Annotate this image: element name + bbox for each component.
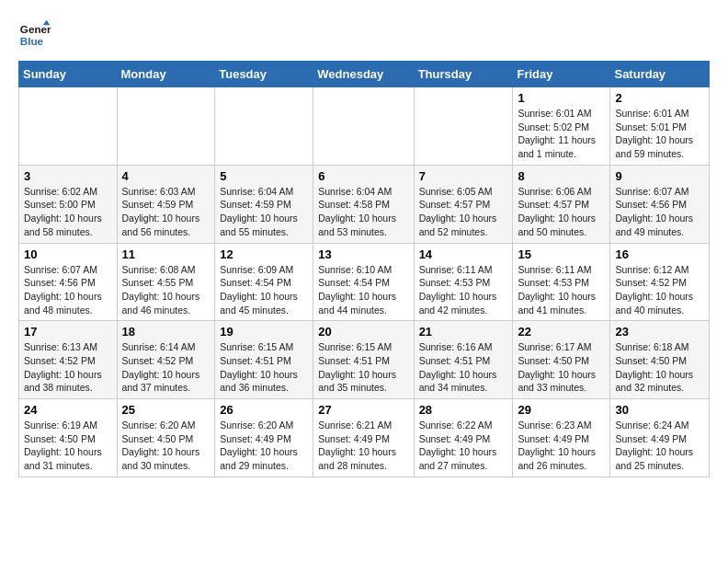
calendar-cell: 23Sunrise: 6:18 AM Sunset: 4:50 PM Dayli…	[610, 321, 710, 399]
day-detail: Sunrise: 6:13 AM Sunset: 4:52 PM Dayligh…	[24, 340, 112, 395]
day-detail: Sunrise: 6:08 AM Sunset: 4:55 PM Dayligh…	[122, 263, 210, 317]
calendar-cell: 15Sunrise: 6:11 AM Sunset: 4:53 PM Dayli…	[513, 243, 610, 321]
day-detail: Sunrise: 6:04 AM Sunset: 4:58 PM Dayligh…	[318, 185, 408, 239]
day-number: 27	[318, 403, 408, 417]
day-detail: Sunrise: 6:20 AM Sunset: 4:49 PM Dayligh…	[220, 419, 308, 473]
calendar-cell	[117, 87, 215, 166]
weekday-header-friday: Friday	[513, 62, 610, 87]
day-number: 15	[518, 247, 605, 261]
calendar-week-row: 1Sunrise: 6:01 AM Sunset: 5:02 PM Daylig…	[19, 87, 710, 166]
day-number: 3	[24, 169, 112, 183]
day-detail: Sunrise: 6:03 AM Sunset: 4:59 PM Dayligh…	[122, 185, 210, 239]
day-number: 29	[518, 403, 605, 417]
day-number: 12	[220, 247, 308, 261]
calendar-cell: 13Sunrise: 6:10 AM Sunset: 4:54 PM Dayli…	[313, 243, 414, 321]
day-number: 5	[220, 169, 308, 183]
calendar-cell: 25Sunrise: 6:20 AM Sunset: 4:50 PM Dayli…	[117, 399, 215, 477]
day-number: 22	[518, 325, 605, 339]
day-number: 18	[122, 325, 210, 339]
weekday-header-monday: Monday	[117, 62, 215, 87]
day-number: 4	[122, 169, 210, 183]
calendar-cell: 11Sunrise: 6:08 AM Sunset: 4:55 PM Dayli…	[117, 243, 215, 321]
day-number: 17	[24, 325, 112, 339]
calendar-week-row: 10Sunrise: 6:07 AM Sunset: 4:56 PM Dayli…	[19, 243, 710, 321]
logo-icon: General Blue	[18, 18, 51, 52]
day-detail: Sunrise: 6:01 AM Sunset: 5:02 PM Dayligh…	[518, 107, 605, 161]
day-number: 16	[615, 247, 704, 261]
calendar-cell: 5Sunrise: 6:04 AM Sunset: 4:59 PM Daylig…	[215, 165, 313, 243]
day-detail: Sunrise: 6:15 AM Sunset: 4:51 PM Dayligh…	[220, 340, 308, 395]
svg-text:Blue: Blue	[20, 35, 44, 47]
day-number: 26	[220, 403, 308, 417]
calendar-week-row: 3Sunrise: 6:02 AM Sunset: 5:00 PM Daylig…	[19, 165, 710, 243]
calendar-cell: 30Sunrise: 6:24 AM Sunset: 4:49 PM Dayli…	[610, 399, 710, 477]
calendar-cell: 1Sunrise: 6:01 AM Sunset: 5:02 PM Daylig…	[513, 87, 610, 166]
day-detail: Sunrise: 6:15 AM Sunset: 4:51 PM Dayligh…	[318, 340, 408, 395]
weekday-header-tuesday: Tuesday	[215, 62, 313, 87]
calendar-table: SundayMondayTuesdayWednesdayThursdayFrid…	[18, 61, 710, 477]
calendar-cell: 18Sunrise: 6:14 AM Sunset: 4:52 PM Dayli…	[117, 321, 215, 399]
day-number: 21	[419, 325, 508, 339]
day-detail: Sunrise: 6:11 AM Sunset: 4:53 PM Dayligh…	[518, 263, 605, 317]
day-number: 11	[122, 247, 210, 261]
day-detail: Sunrise: 6:19 AM Sunset: 4:50 PM Dayligh…	[24, 419, 112, 473]
day-detail: Sunrise: 6:24 AM Sunset: 4:49 PM Dayligh…	[615, 419, 704, 473]
day-detail: Sunrise: 6:23 AM Sunset: 4:49 PM Dayligh…	[518, 419, 605, 473]
day-number: 1	[518, 91, 605, 105]
calendar-cell	[215, 87, 313, 166]
calendar-cell: 27Sunrise: 6:21 AM Sunset: 4:49 PM Dayli…	[313, 399, 414, 477]
calendar-cell: 16Sunrise: 6:12 AM Sunset: 4:52 PM Dayli…	[610, 243, 710, 321]
day-detail: Sunrise: 6:04 AM Sunset: 4:59 PM Dayligh…	[220, 185, 308, 239]
day-number: 8	[518, 169, 605, 183]
day-number: 30	[615, 403, 704, 417]
calendar-cell: 24Sunrise: 6:19 AM Sunset: 4:50 PM Dayli…	[19, 399, 118, 477]
calendar-cell: 21Sunrise: 6:16 AM Sunset: 4:51 PM Dayli…	[414, 321, 513, 399]
day-detail: Sunrise: 6:10 AM Sunset: 4:54 PM Dayligh…	[318, 263, 408, 317]
day-number: 7	[419, 169, 508, 183]
page-header: General Blue	[18, 18, 710, 52]
calendar-cell: 26Sunrise: 6:20 AM Sunset: 4:49 PM Dayli…	[215, 399, 313, 477]
calendar-cell: 3Sunrise: 6:02 AM Sunset: 5:00 PM Daylig…	[19, 165, 118, 243]
calendar-cell: 17Sunrise: 6:13 AM Sunset: 4:52 PM Dayli…	[19, 321, 118, 399]
day-detail: Sunrise: 6:12 AM Sunset: 4:52 PM Dayligh…	[615, 263, 704, 317]
day-detail: Sunrise: 6:16 AM Sunset: 4:51 PM Dayligh…	[419, 340, 508, 395]
day-number: 14	[419, 247, 508, 261]
logo: General Blue	[18, 18, 51, 52]
calendar-cell: 28Sunrise: 6:22 AM Sunset: 4:49 PM Dayli…	[414, 399, 513, 477]
weekday-header-sunday: Sunday	[19, 62, 118, 87]
day-detail: Sunrise: 6:20 AM Sunset: 4:50 PM Dayligh…	[122, 419, 210, 473]
calendar-cell: 4Sunrise: 6:03 AM Sunset: 4:59 PM Daylig…	[117, 165, 215, 243]
day-number: 2	[615, 91, 704, 105]
day-detail: Sunrise: 6:09 AM Sunset: 4:54 PM Dayligh…	[220, 263, 308, 317]
day-detail: Sunrise: 6:06 AM Sunset: 4:57 PM Dayligh…	[518, 185, 605, 239]
weekday-header-wednesday: Wednesday	[313, 62, 414, 87]
calendar-cell: 9Sunrise: 6:07 AM Sunset: 4:56 PM Daylig…	[610, 165, 710, 243]
calendar-cell: 20Sunrise: 6:15 AM Sunset: 4:51 PM Dayli…	[313, 321, 414, 399]
day-detail: Sunrise: 6:18 AM Sunset: 4:50 PM Dayligh…	[615, 340, 704, 395]
day-number: 25	[122, 403, 210, 417]
day-number: 19	[220, 325, 308, 339]
day-detail: Sunrise: 6:17 AM Sunset: 4:50 PM Dayligh…	[518, 340, 605, 395]
calendar-cell: 7Sunrise: 6:05 AM Sunset: 4:57 PM Daylig…	[414, 165, 513, 243]
day-detail: Sunrise: 6:22 AM Sunset: 4:49 PM Dayligh…	[419, 419, 508, 473]
day-number: 23	[615, 325, 704, 339]
day-number: 10	[24, 247, 112, 261]
weekday-header-saturday: Saturday	[610, 62, 710, 87]
calendar-week-row: 17Sunrise: 6:13 AM Sunset: 4:52 PM Dayli…	[19, 321, 710, 399]
day-number: 9	[615, 169, 704, 183]
weekday-header-thursday: Thursday	[414, 62, 513, 87]
calendar-cell: 10Sunrise: 6:07 AM Sunset: 4:56 PM Dayli…	[19, 243, 118, 321]
calendar-cell: 29Sunrise: 6:23 AM Sunset: 4:49 PM Dayli…	[513, 399, 610, 477]
day-detail: Sunrise: 6:05 AM Sunset: 4:57 PM Dayligh…	[419, 185, 508, 239]
day-detail: Sunrise: 6:02 AM Sunset: 5:00 PM Dayligh…	[24, 185, 112, 239]
calendar-cell	[313, 87, 414, 166]
day-number: 13	[318, 247, 408, 261]
calendar-cell: 22Sunrise: 6:17 AM Sunset: 4:50 PM Dayli…	[513, 321, 610, 399]
day-detail: Sunrise: 6:21 AM Sunset: 4:49 PM Dayligh…	[318, 419, 408, 473]
day-number: 28	[419, 403, 508, 417]
calendar-cell	[414, 87, 513, 166]
calendar-cell: 19Sunrise: 6:15 AM Sunset: 4:51 PM Dayli…	[215, 321, 313, 399]
calendar-cell: 12Sunrise: 6:09 AM Sunset: 4:54 PM Dayli…	[215, 243, 313, 321]
weekday-header-row: SundayMondayTuesdayWednesdayThursdayFrid…	[19, 62, 710, 87]
calendar-week-row: 24Sunrise: 6:19 AM Sunset: 4:50 PM Dayli…	[19, 399, 710, 477]
